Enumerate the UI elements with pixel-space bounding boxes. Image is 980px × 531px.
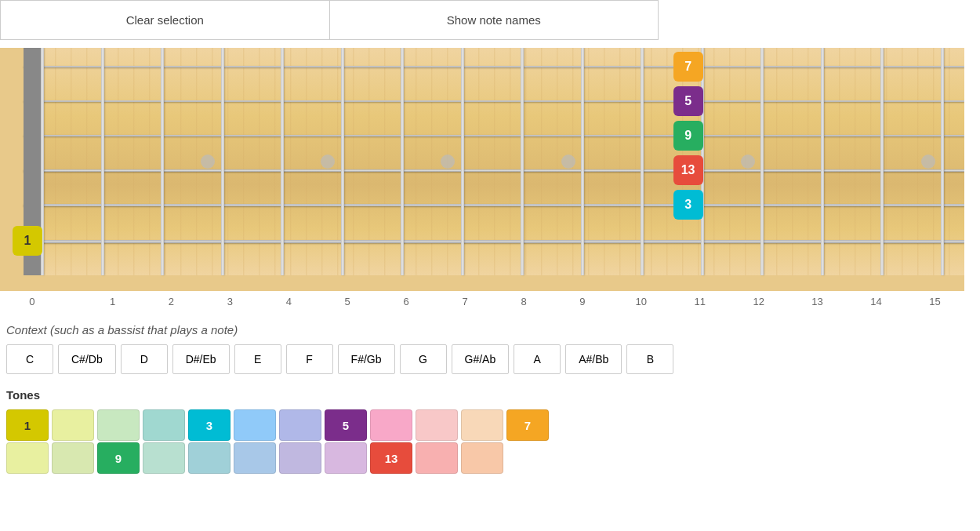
note-btn-Gs_Ab[interactable]: G#/Ab — [452, 344, 510, 374]
tone-cell-4-3[interactable]: 3 — [188, 409, 230, 441]
tone-cell-4-empty[interactable] — [188, 442, 230, 474]
tone-cell-0-empty[interactable] — [6, 442, 49, 474]
tone-cell-2-9[interactable]: 9 — [97, 442, 140, 474]
context-title: Context — [6, 323, 47, 336]
tone-cell-9-empty[interactable] — [416, 442, 458, 474]
tones-grid: 1357 — [6, 409, 980, 441]
note-markers: 1759133 — [24, 48, 964, 275]
fret-label-12: 12 — [729, 296, 788, 307]
tone-cell-12-empty — [552, 409, 594, 441]
note-btn-A[interactable]: A — [514, 344, 561, 374]
note-btn-Cs_Db[interactable]: C#/Db — [58, 344, 116, 374]
tone-cell-8-empty[interactable] — [370, 409, 412, 441]
tone-cell-7-5[interactable]: 5 — [325, 409, 367, 441]
note-marker-1[interactable]: 1 — [13, 226, 42, 256]
clear-selection-button[interactable]: Clear selection — [1, 1, 330, 39]
note-btn-B[interactable]: B — [626, 344, 673, 374]
fret-label-14: 14 — [847, 296, 906, 307]
context-subtitle: (such as a bassist that plays a note) — [50, 323, 238, 336]
note-btn-D[interactable]: D — [121, 344, 168, 374]
context-section: Context (such as a bassist that plays a … — [6, 323, 980, 374]
tone-cell-3-empty[interactable] — [143, 409, 185, 441]
fret-label-15: 15 — [906, 296, 964, 307]
tones-grid-row2: 913 — [6, 442, 980, 474]
note-marker-5[interactable]: 5 — [673, 86, 703, 116]
tone-cell-6-empty[interactable] — [279, 409, 321, 441]
note-btn-E[interactable]: E — [234, 344, 281, 374]
tone-cell-10-empty[interactable] — [461, 442, 503, 474]
tone-cell-13-empty — [597, 442, 640, 474]
fret-numbers: 0123456789101112131415 — [24, 296, 964, 307]
fret-label-5: 5 — [318, 296, 377, 307]
fretboard: 1759133 — [0, 48, 964, 291]
fret-label-3: 3 — [201, 296, 260, 307]
note-buttons-row: CC#/DbDD#/EbEFF#/GbGG#/AbAA#/BbB — [6, 344, 980, 374]
tones-label: Tones — [6, 388, 980, 402]
note-btn-F[interactable]: F — [286, 344, 333, 374]
tone-cell-10-empty[interactable] — [461, 409, 503, 441]
tone-cell-3-empty[interactable] — [143, 442, 185, 474]
note-btn-C[interactable]: C — [6, 344, 53, 374]
fret-label-0: 0 — [24, 296, 41, 307]
note-btn-G[interactable]: G — [400, 344, 447, 374]
fret-label-13: 13 — [788, 296, 847, 307]
fret-label-1: 1 — [83, 296, 142, 307]
tone-cell-7-empty[interactable] — [325, 442, 367, 474]
fret-label-9: 9 — [553, 296, 612, 307]
fret-label-7: 7 — [436, 296, 495, 307]
fret-label-2: 2 — [142, 296, 201, 307]
top-button-group: Clear selection Show note names — [0, 0, 659, 40]
note-btn-Ds_Eb[interactable]: D#/Eb — [172, 344, 230, 374]
fret-label-4: 4 — [260, 296, 318, 307]
context-label: Context (such as a bassist that plays a … — [6, 323, 980, 336]
tone-cell-0-1[interactable]: 1 — [6, 409, 49, 441]
note-marker-3[interactable]: 3 — [673, 190, 703, 220]
tone-cell-11-7[interactable]: 7 — [506, 409, 549, 441]
tone-cell-2-empty[interactable] — [97, 409, 140, 441]
tone-cell-11-empty — [506, 442, 549, 474]
fret-label-11: 11 — [670, 296, 729, 307]
note-marker-13[interactable]: 13 — [673, 155, 703, 185]
tone-cell-1-empty[interactable] — [52, 442, 94, 474]
fret-label-8: 8 — [495, 296, 554, 307]
note-marker-7[interactable]: 7 — [673, 52, 703, 82]
tone-cell-1-empty[interactable] — [52, 409, 94, 441]
tone-cell-5-empty[interactable] — [234, 442, 276, 474]
tone-cell-5-empty[interactable] — [234, 409, 276, 441]
tone-cell-9-empty[interactable] — [416, 409, 458, 441]
fret-label-6: 6 — [377, 296, 436, 307]
note-btn-Fs_Gb[interactable]: F#/Gb — [338, 344, 395, 374]
note-btn-As_Bb[interactable]: A#/Bb — [565, 344, 622, 374]
tone-cell-8-13[interactable]: 13 — [370, 442, 412, 474]
tones-section: Tones 1357 913 — [6, 388, 980, 474]
fret-label-10: 10 — [612, 296, 670, 307]
show-note-names-button[interactable]: Show note names — [330, 1, 659, 39]
tone-cell-12-empty — [552, 442, 594, 474]
tone-cell-13-empty — [597, 409, 640, 441]
tone-cell-6-empty[interactable] — [279, 442, 321, 474]
note-marker-9[interactable]: 9 — [673, 121, 703, 151]
